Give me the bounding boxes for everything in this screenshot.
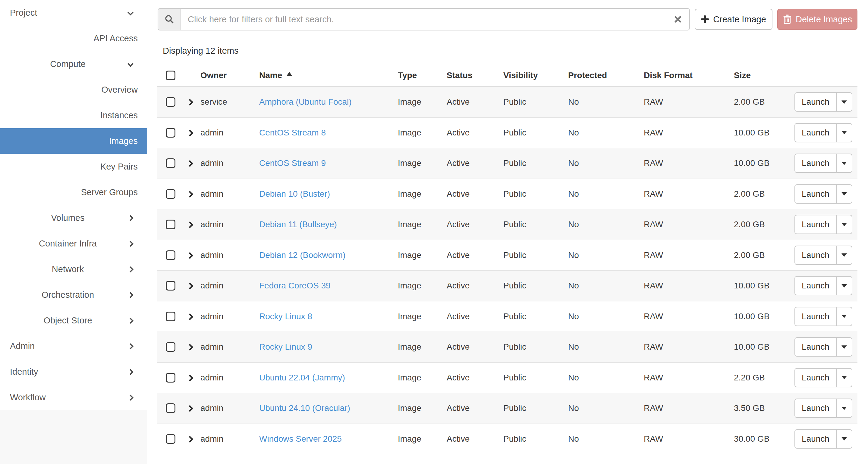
image-name-link[interactable]: Fedora CoreOS 39 [259,281,331,290]
row-checkbox[interactable] [166,403,176,413]
image-name-link[interactable]: Rocky Linux 9 [259,342,312,351]
image-name-link[interactable]: Debian 10 (Buster) [259,189,330,199]
sidebar-item-workflow[interactable]: Workflow [0,385,147,410]
sidebar-item-volumes[interactable]: Volumes [0,205,147,231]
launch-button[interactable]: Launch [795,245,837,265]
sidebar-item-admin[interactable]: Admin [0,334,147,359]
launch-dropdown-button[interactable] [837,429,852,448]
row-checkbox[interactable] [166,97,176,107]
column-header-protected[interactable]: Protected [568,70,644,80]
sidebar-item-server-groups[interactable]: Server Groups [0,179,147,205]
launch-dropdown-button[interactable] [837,153,852,173]
owner-cell: admin [200,434,259,444]
launch-button[interactable]: Launch [795,184,837,204]
launch-button[interactable]: Launch [795,399,837,418]
owner-cell: admin [200,158,259,168]
row-checkbox[interactable] [166,251,176,260]
launch-button[interactable]: Launch [795,153,837,173]
row-checkbox[interactable] [166,434,176,444]
expand-row-icon[interactable] [187,436,193,442]
clear-search-button[interactable] [672,13,684,25]
expand-row-icon[interactable] [187,160,193,167]
row-checkbox[interactable] [166,158,176,168]
sidebar-item-overview[interactable]: Overview [0,77,147,103]
select-all-checkbox[interactable] [166,70,176,80]
sidebar-item-object-store[interactable]: Object Store [0,308,147,334]
expand-row-icon[interactable] [187,344,193,351]
sidebar-item-instances[interactable]: Instances [0,103,147,128]
image-name-link[interactable]: Debian 12 (Bookworm) [259,251,345,260]
row-checkbox[interactable] [166,220,176,229]
sidebar-item-container-infra[interactable]: Container Infra [0,231,147,256]
image-name-link[interactable]: CentOS Stream 9 [259,158,326,168]
expand-row-icon[interactable] [187,374,193,381]
protected-cell: No [568,189,644,199]
launch-button[interactable]: Launch [795,276,837,295]
launch-button[interactable]: Launch [795,429,837,448]
launch-dropdown-button[interactable] [837,92,852,112]
expand-row-icon[interactable] [187,405,193,412]
expand-row-icon[interactable] [187,129,193,136]
launch-split-button: Launch [795,245,852,265]
column-header-disk[interactable]: Disk Format [644,70,734,80]
launch-dropdown-button[interactable] [837,276,852,295]
column-header-status[interactable]: Status [447,70,503,80]
launch-dropdown-button[interactable] [837,123,852,142]
sidebar-item-orchestration[interactable]: Orchestration [0,282,147,308]
delete-images-button[interactable]: Delete Images [777,9,858,30]
expand-row-icon[interactable] [187,252,193,259]
image-name-link[interactable]: Rocky Linux 8 [259,312,312,321]
row-checkbox[interactable] [166,373,176,382]
launch-dropdown-button[interactable] [837,184,852,204]
sidebar-item-api-access[interactable]: API Access [0,26,147,51]
expand-row-icon[interactable] [187,313,193,320]
column-header-owner[interactable]: Owner [200,70,259,80]
column-header-name[interactable]: Name [259,70,398,80]
expand-row-icon[interactable] [187,191,193,198]
sidebar-item-identity[interactable]: Identity [0,359,147,385]
expand-row-icon[interactable] [187,99,193,106]
chevron-right-icon [127,215,133,221]
sidebar-item-network[interactable]: Network [0,256,147,282]
launch-button[interactable]: Launch [795,123,837,142]
expand-row-icon[interactable] [187,283,193,290]
status-cell: Active [447,189,503,199]
image-name-link[interactable]: Windows Server 2025 [259,434,342,443]
image-name-link[interactable]: Amphora (Ubuntu Focal) [259,97,352,107]
protected-cell: No [568,342,644,352]
image-name-link[interactable]: Ubuntu 22.04 (Jammy) [259,373,345,382]
launch-dropdown-button[interactable] [837,245,852,265]
sidebar-item-label: Overview [101,85,138,95]
search-input[interactable] [181,9,689,30]
image-name-link[interactable]: Ubuntu 24.10 (Oracular) [259,403,350,413]
launch-dropdown-button[interactable] [837,307,852,326]
sidebar-item-key-pairs[interactable]: Key Pairs [0,154,147,179]
x-mark-icon [674,16,682,23]
row-checkbox[interactable] [166,128,176,138]
launch-dropdown-button[interactable] [837,399,852,418]
sidebar-item-images[interactable]: Images [0,128,147,154]
launch-button[interactable]: Launch [795,337,837,356]
launch-button[interactable]: Launch [795,215,837,234]
launch-dropdown-button[interactable] [837,337,852,356]
row-checkbox[interactable] [166,342,176,352]
sidebar-item-compute[interactable]: Compute [0,51,147,77]
column-header-size[interactable]: Size [734,70,790,80]
column-header-type[interactable]: Type [398,70,447,80]
row-checkbox[interactable] [166,281,176,291]
create-image-button[interactable]: Create Image [695,9,772,30]
launch-button[interactable]: Launch [795,92,837,112]
image-name-link[interactable]: CentOS Stream 8 [259,128,326,137]
expand-row-icon[interactable] [187,222,193,228]
column-header-visibility[interactable]: Visibility [503,70,568,80]
launch-dropdown-button[interactable] [837,215,852,234]
launch-dropdown-button[interactable] [837,368,852,387]
launch-button[interactable]: Launch [795,368,837,387]
launch-button[interactable]: Launch [795,307,837,326]
disk-format-cell: RAW [644,434,734,444]
row-checkbox[interactable] [166,189,176,199]
visibility-cell: Public [503,434,568,444]
sidebar-item-project[interactable]: Project [0,0,147,26]
row-checkbox[interactable] [166,312,176,321]
image-name-link[interactable]: Debian 11 (Bullseye) [259,220,337,229]
